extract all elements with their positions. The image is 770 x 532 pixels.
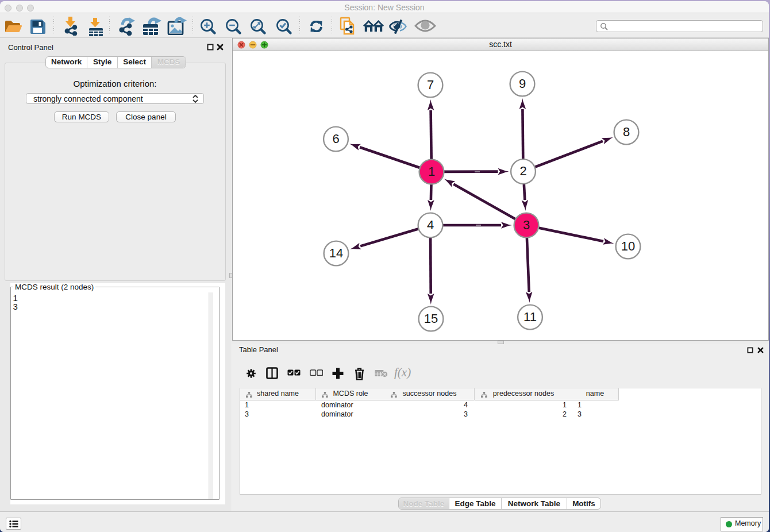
svg-text:8: 8	[623, 125, 630, 139]
svg-text:14: 14	[329, 246, 343, 260]
svg-text:6: 6	[332, 132, 339, 146]
svg-text:3: 3	[523, 218, 530, 232]
svg-text:15: 15	[424, 311, 438, 326]
svg-text:4: 4	[427, 218, 434, 232]
svg-text:1: 1	[428, 164, 435, 179]
svg-text:11: 11	[523, 310, 537, 324]
svg-text:9: 9	[519, 76, 526, 91]
svg-text:7: 7	[427, 78, 434, 92]
svg-text:10: 10	[621, 239, 635, 253]
svg-text:2: 2	[519, 164, 526, 178]
